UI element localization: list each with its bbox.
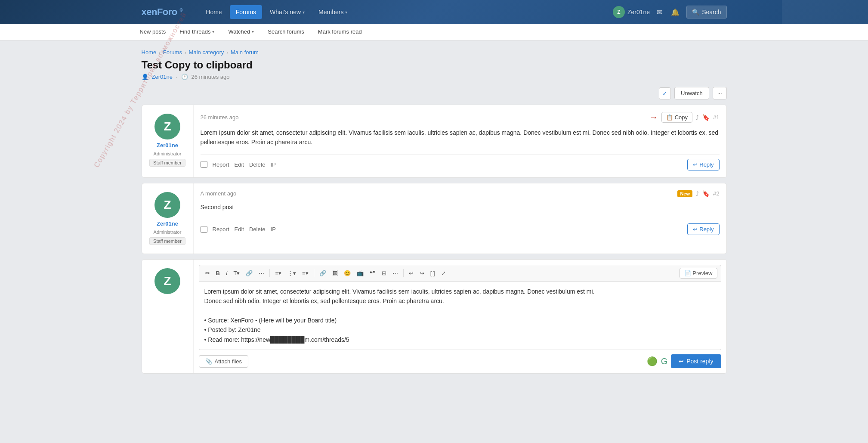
copy-button[interactable]: 📋 Copy <box>661 112 692 123</box>
ip-link-2[interactable]: IP <box>271 226 276 232</box>
grammarly-icon-2[interactable]: G <box>661 356 668 366</box>
post-actions-right-2: New ⤴ 🔖 #2 <box>677 190 719 197</box>
toolbar-list-ordered[interactable]: ⋮▾ <box>285 268 299 278</box>
post-body-2: A moment ago New ⤴ 🔖 #2 Second post Repo… <box>194 183 726 254</box>
header: xenForo ® Home Forums What's new ▾ Membe… <box>0 0 868 24</box>
post-number-2: #2 <box>713 190 719 197</box>
toolbar-more-2[interactable]: ⋯ <box>390 268 401 278</box>
toolbar-more-1[interactable]: ⋯ <box>256 268 267 278</box>
share-icon-1[interactable]: ⤴ <box>696 114 699 121</box>
reply-button-2[interactable]: ↩ Reply <box>687 223 719 235</box>
subnav-mark-forums-read[interactable]: Mark forums read <box>311 24 369 40</box>
breadcrumb-main-category[interactable]: Main category <box>189 49 224 56</box>
grammarly-icon[interactable]: 🟢 <box>647 356 658 366</box>
toolbar-emoji[interactable]: 😊 <box>341 268 353 278</box>
post-sidebar-1: Z Zer01ne Administrator Staff member <box>142 105 194 177</box>
toolbar-italic[interactable]: I <box>223 268 230 278</box>
thread-meta: 👤 Zer01ne · 🕐 26 minutes ago <box>142 74 727 80</box>
subnav-search-forums[interactable]: Search forums <box>261 24 311 40</box>
post-sidebar-2: Z Zer01ne Administrator Staff member <box>142 183 194 254</box>
post-time-2: A moment ago <box>201 190 237 197</box>
editor-right-icons: 🟢 G ↩ Post reply <box>647 354 721 368</box>
arrow-icon: → <box>649 112 658 122</box>
nav-whats-new[interactable]: What's new ▾ <box>264 5 311 19</box>
post-username-1[interactable]: Zer01ne <box>157 142 178 149</box>
subnav-find-threads[interactable]: Find threads ▾ <box>173 24 221 40</box>
post-header-2: A moment ago New ⤴ 🔖 #2 <box>201 190 720 197</box>
breadcrumb: Home › Forums › Main category › Main for… <box>142 49 727 56</box>
main-nav: Home Forums What's new ▾ Members ▾ <box>200 5 353 19</box>
report-link-2[interactable]: Report <box>213 226 229 232</box>
post-header-1: 26 minutes ago → 📋 Copy ⤴ 🔖 #1 <box>201 112 720 123</box>
toolbar-code[interactable]: [ ] <box>428 268 438 278</box>
toolbar-align[interactable]: ≡▾ <box>300 268 311 278</box>
nav-home[interactable]: Home <box>200 5 228 19</box>
reply-editor: Z ✏ B I T▾ 🔗 ⋯ ≡▾ ⋮▾ ≡▾ 🔗 🖼 <box>142 259 727 374</box>
subnav-watched[interactable]: Watched ▾ <box>221 24 261 40</box>
thread-time: 26 minutes ago <box>192 74 230 80</box>
subnav-new-posts[interactable]: New posts <box>133 24 173 40</box>
edit-link-2[interactable]: Edit <box>235 226 244 232</box>
breadcrumb-main-forum[interactable]: Main forum <box>231 49 259 56</box>
report-link-1[interactable]: Report <box>213 161 229 168</box>
unwatch-button[interactable]: Unwatch <box>674 87 709 99</box>
post-role-2: Administrator <box>154 229 182 235</box>
toolbar-image[interactable]: 🖼 <box>330 268 340 278</box>
preview-button[interactable]: 📄 Preview <box>680 268 717 279</box>
username-link[interactable]: Zer01ne <box>627 9 650 15</box>
post-footer-1: Report Edit Delete IP ↩ Reply <box>201 154 720 170</box>
nav-members[interactable]: Members ▾ <box>312 5 353 19</box>
toolbar-quote[interactable]: ❝❞ <box>367 268 378 278</box>
nav-forums[interactable]: Forums <box>230 5 262 19</box>
edit-link-1[interactable]: Edit <box>235 161 244 168</box>
bell-icon[interactable]: 🔔 <box>669 6 681 18</box>
toolbar-undo[interactable]: ↩ <box>406 268 416 278</box>
breadcrumb-sep-2: › <box>185 50 186 55</box>
delete-link-1[interactable]: Delete <box>249 161 266 168</box>
post-checkbox-1[interactable] <box>201 161 207 168</box>
bookmark-icon-1[interactable]: 🔖 <box>702 114 710 121</box>
reply-avatar: Z <box>154 268 180 294</box>
toolbar-link[interactable]: 🔗 <box>317 268 329 278</box>
toolbar-sep-1 <box>269 269 270 277</box>
post-body-1: 26 minutes ago → 📋 Copy ⤴ 🔖 #1 Lorem ips… <box>194 105 726 177</box>
breadcrumb-home[interactable]: Home <box>142 49 157 56</box>
toolbar-media[interactable]: 📺 <box>354 268 366 278</box>
post-avatar-1[interactable]: Z <box>154 114 180 139</box>
toolbar-bold[interactable]: B <box>213 268 222 278</box>
author-icon: 👤 <box>142 74 148 80</box>
thread-author[interactable]: Zer01ne <box>152 74 173 80</box>
toolbar-link-inline[interactable]: 🔗 <box>243 268 255 278</box>
watch-check-icon[interactable]: ✓ <box>659 87 671 99</box>
ip-link-1[interactable]: IP <box>271 161 276 168</box>
post-footer-left-2: Report Edit Delete IP <box>201 226 276 233</box>
editor-content[interactable]: Lorem ipsum dolor sit amet, consectetur … <box>199 282 721 350</box>
post-checkbox-2[interactable] <box>201 226 207 233</box>
user-avatar-sm: Z <box>613 6 625 18</box>
new-badge: New <box>677 190 692 197</box>
mail-icon[interactable]: ✉ <box>655 6 664 18</box>
more-options-button[interactable]: ··· <box>713 87 727 99</box>
sub-nav: New posts Find threads ▾ Watched ▾ Searc… <box>0 24 868 40</box>
reply-button-1[interactable]: ↩ Reply <box>687 159 719 170</box>
search-button[interactable]: 🔍 Search <box>686 6 726 19</box>
toolbar-list-bullet[interactable]: ≡▾ <box>272 268 284 278</box>
post-username-2[interactable]: Zer01ne <box>157 220 178 227</box>
bookmark-icon-2[interactable]: 🔖 <box>702 190 710 197</box>
toolbar-table[interactable]: ⊞ <box>379 268 389 278</box>
post-avatar-2[interactable]: Z <box>154 192 180 218</box>
toolbar-eraser[interactable]: ✏ <box>203 268 213 278</box>
post-badge-2: Staff member <box>149 237 185 245</box>
share-icon-2[interactable]: ⤴ <box>696 190 699 197</box>
user-info[interactable]: Z Zer01ne <box>613 6 650 18</box>
toolbar-redo[interactable]: ↪ <box>417 268 427 278</box>
post-reply-button[interactable]: ↩ Post reply <box>671 354 721 368</box>
delete-link-2[interactable]: Delete <box>249 226 266 232</box>
toolbar-expand[interactable]: ⤢ <box>439 268 448 278</box>
header-right: Z Zer01ne ✉ 🔔 🔍 Search <box>613 6 727 19</box>
reply-sidebar: Z <box>142 260 194 373</box>
breadcrumb-forums[interactable]: Forums <box>163 49 182 56</box>
attach-files-button[interactable]: 📎 Attach files <box>199 355 249 368</box>
search-icon: 🔍 <box>692 9 699 15</box>
toolbar-text-size[interactable]: T▾ <box>231 268 243 278</box>
